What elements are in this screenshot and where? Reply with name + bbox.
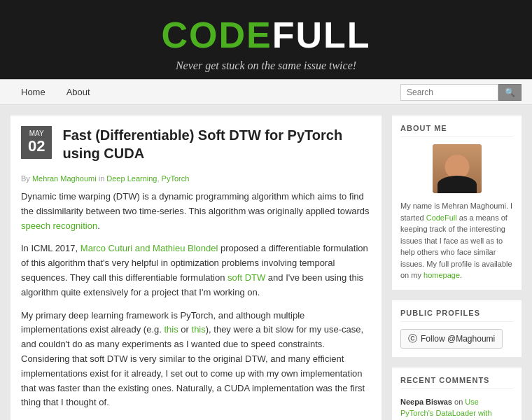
comment-1-verb: on: [452, 398, 465, 406]
paragraph-1: Dynamic time warping (DTW) is a dynamic …: [21, 190, 371, 233]
meta-category-2[interactable]: PyTorch: [162, 174, 190, 183]
profiles-widget-title: PUBLIC PROFILES: [400, 309, 513, 322]
soft-dtw-link[interactable]: soft DTW: [227, 272, 265, 283]
meta-by: By: [21, 174, 32, 183]
post-title-block: Fast (Differentiable) Soft DTW for PyTor…: [62, 126, 371, 166]
logo: CODEFULL: [14, 7, 518, 59]
paragraph-3: My primary deep learning framework is Py…: [21, 309, 371, 411]
follow-label: Follow @Maghoumi: [421, 334, 495, 344]
content-area: MAY 02 Fast (Differentiable) Soft DTW fo…: [10, 115, 382, 420]
homepage-link[interactable]: homepage: [424, 271, 460, 279]
post-title: Fast (Differentiable) Soft DTW for PyTor…: [62, 126, 371, 162]
about-text-2: as a means of keeping track of the inter…: [400, 214, 512, 280]
post-day: 02: [28, 137, 45, 155]
this-link-1[interactable]: this: [164, 324, 178, 335]
site-header: CODEFULL Never get stuck on the same iss…: [0, 0, 532, 79]
paragraph-2: In ICML 2017, Marco Cuturi and Mathieu B…: [21, 241, 371, 300]
profiles-widget: PUBLIC PROFILES ⓒ Follow @Maghoumi: [392, 300, 522, 357]
this-link-2[interactable]: this: [192, 324, 206, 335]
about-widget-title: ABOUT ME: [400, 124, 513, 137]
avatar-face: [433, 144, 482, 193]
logo-full: FULL: [272, 15, 371, 55]
follow-button[interactable]: ⓒ Follow @Maghoumi: [400, 329, 503, 349]
codefull-link[interactable]: CodeFull: [426, 214, 457, 222]
search-input[interactable]: [400, 84, 498, 101]
search-area: 🔍: [400, 84, 522, 101]
github-icon: ⓒ: [408, 332, 417, 345]
avatar: [433, 144, 482, 193]
post-date: MAY 02: [21, 126, 52, 159]
nav-about[interactable]: About: [56, 80, 101, 104]
post-header: MAY 02 Fast (Differentiable) Soft DTW fo…: [21, 126, 371, 166]
meta-author[interactable]: Mehran Maghoumi: [32, 174, 97, 183]
post-month: MAY: [28, 130, 45, 137]
speech-recognition-link[interactable]: speech recognition: [21, 220, 97, 231]
nav-home[interactable]: Home: [10, 80, 56, 104]
about-text-3: .: [460, 271, 462, 279]
comments-widget: RECENT COMMENTS Neepa Biswas on Use PyTo…: [392, 368, 522, 421]
comments-widget-title: RECENT COMMENTS: [400, 376, 513, 389]
logo-code: CODE: [161, 15, 272, 55]
main-layout: MAY 02 Fast (Differentiable) Soft DTW fo…: [0, 105, 532, 420]
cuturi-link[interactable]: Marco Cuturi and Mathieu Blondel: [80, 243, 218, 253]
comment-1-author: Neepa Biswas: [400, 398, 452, 406]
meta-category-1[interactable]: Deep Learning: [106, 174, 157, 183]
about-widget: ABOUT ME My name is Mehran Maghoumi. I s…: [392, 115, 522, 290]
navigation: Home About 🔍: [0, 79, 532, 105]
about-text: My name is Mehran Maghoumi. I started Co…: [400, 200, 513, 281]
sidebar: ABOUT ME My name is Mehran Maghoumi. I s…: [392, 115, 522, 420]
post-meta: By Mehran Maghoumi in Deep Learning, PyT…: [21, 174, 371, 183]
search-button[interactable]: 🔍: [498, 84, 522, 101]
meta-in: in: [97, 174, 107, 183]
comment-1: Neepa Biswas on Use PyTorch's DataLoader…: [400, 396, 513, 421]
tagline: Never get stuck on the same issue twice!: [14, 59, 518, 79]
post-body: Dynamic time warping (DTW) is a dynamic …: [21, 190, 371, 420]
logo-text: CODEFULL: [161, 15, 370, 55]
